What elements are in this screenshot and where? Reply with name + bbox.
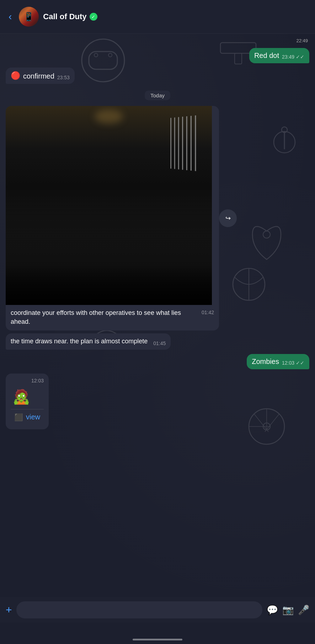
chat-area: 22:49 Red dot 23:49 ✓✓ 🔴 confirmed 23:53… — [0, 34, 315, 434]
share-button[interactable]: ↪ — [219, 209, 237, 227]
double-check-zombies: ✓✓ — [296, 360, 304, 366]
bubble-time-red-dot: 23:49 — [282, 54, 294, 60]
chat-header: ‹ 📱 Call of Duty ✓ — [0, 0, 315, 34]
emoji-button[interactable]: 💬 — [267, 605, 278, 616]
bubble-meta-plan: 01:45 — [153, 340, 166, 346]
verified-badge: ✓ — [90, 13, 97, 21]
bubble-plan: the time draws near. the plan is almost … — [6, 333, 171, 349]
plan-time: 01:45 — [153, 340, 166, 346]
camera-button[interactable]: 📷 — [282, 605, 294, 616]
bubble-zombies: Zombies 12:03 ✓✓ — [247, 354, 309, 369]
zombies-text: Zombies — [252, 358, 279, 366]
old-time-label: 22:49 — [296, 38, 308, 43]
avatar-image: 📱 — [19, 7, 39, 27]
bubble-text-red-dot: Red dot — [254, 52, 279, 60]
input-bar: + 💬 📷 🎤 — [0, 597, 315, 623]
bubble-meta-zombies: 12:03 ✓✓ — [282, 360, 304, 366]
sticker-container: 12:03 🧟 ⬛ view — [6, 374, 49, 429]
bubble-confirmed: 🔴 confirmed 23:53 — [6, 68, 75, 84]
image-caption: 01:42 coordinate your efforts with other… — [6, 305, 219, 331]
msg-confirmed: 🔴 confirmed 23:53 — [6, 68, 309, 84]
view-link[interactable]: ⬛ view — [11, 409, 44, 425]
mic-button[interactable]: 🎤 — [298, 605, 309, 616]
image-message-container: 01:42 coordinate your efforts with other… — [6, 106, 219, 331]
bubble-red-dot: Red dot 23:49 ✓✓ — [249, 48, 309, 63]
old-timestamp: 22:49 — [6, 37, 309, 44]
zombies-time: 12:03 — [282, 360, 294, 366]
image-caption-text: coordinate your efforts with other opera… — [11, 309, 181, 325]
red-dot-emoji: 🔴 — [11, 71, 20, 80]
sticker-header: 12:03 — [11, 378, 44, 383]
plus-button[interactable]: + — [6, 604, 12, 616]
msg-plan: the time draws near. the plan is almost … — [6, 333, 309, 349]
avatar: 📱 — [19, 7, 39, 27]
msg-sticker: 12:03 🧟 ⬛ view — [6, 374, 309, 429]
share-icon: ↪ — [225, 214, 231, 222]
date-label: Today — [145, 91, 170, 100]
date-divider: Today — [6, 92, 309, 99]
bubble-time-confirmed: 23:53 — [57, 75, 70, 80]
header-title-area: Call of Duty ✓ — [43, 12, 309, 21]
check-icon: ✓ — [91, 14, 95, 20]
bubble-meta-confirmed: 23:53 — [57, 75, 70, 80]
bubble-text-confirmed: confirmed — [23, 72, 54, 80]
message-input[interactable] — [16, 601, 262, 618]
msg-red-dot: Red dot 23:49 ✓✓ — [6, 48, 309, 63]
image-time: 01:42 — [202, 309, 214, 316]
message-image[interactable] — [6, 106, 212, 305]
plan-text: the time draws near. the plan is almost … — [11, 337, 148, 346]
msg-zombies: Zombies 12:03 ✓✓ — [6, 354, 309, 369]
view-label[interactable]: view — [26, 413, 40, 421]
external-link-icon: ⬛ — [14, 413, 23, 422]
sticker-image: 🧟 — [11, 386, 32, 408]
double-check-red-dot: ✓✓ — [296, 54, 304, 60]
sticker-time: 12:03 — [31, 378, 44, 383]
bubble-meta-red-dot: 23:49 ✓✓ — [282, 54, 304, 60]
home-indicator — [133, 639, 182, 640]
msg-image-wrapper: 01:42 coordinate your efforts with other… — [6, 106, 219, 331]
back-button[interactable]: ‹ — [6, 8, 15, 25]
chat-title: Call of Duty — [43, 12, 86, 21]
